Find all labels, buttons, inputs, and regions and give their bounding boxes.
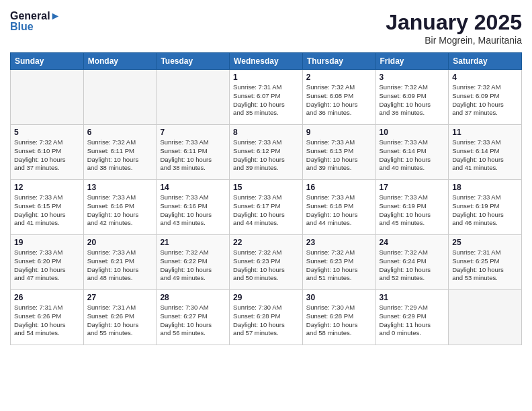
page-header: General► Blue January 2025 Bir Mogrein, … [10,10,522,46]
day-number: 10 [380,128,445,137]
day-info: Sunrise: 7:32 AM Sunset: 6:22 PM Dayligh… [160,248,226,283]
calendar-day-cell: 25Sunrise: 7:31 AM Sunset: 6:25 PM Dayli… [449,235,522,290]
day-number: 21 [160,238,226,247]
calendar-day-cell: 26Sunrise: 7:31 AM Sunset: 6:26 PM Dayli… [11,290,84,345]
day-info: Sunrise: 7:30 AM Sunset: 6:28 PM Dayligh… [306,304,372,338]
day-info: Sunrise: 7:32 AM Sunset: 6:24 PM Dayligh… [380,248,445,283]
day-info: Sunrise: 7:33 AM Sunset: 6:19 PM Dayligh… [380,193,445,228]
day-info: Sunrise: 7:32 AM Sunset: 6:23 PM Dayligh… [233,248,299,283]
day-info: Sunrise: 7:32 AM Sunset: 6:08 PM Dayligh… [306,83,372,118]
weekday-header-cell: Monday [83,53,157,70]
calendar-day-cell: 30Sunrise: 7:30 AM Sunset: 6:28 PM Dayli… [302,290,375,345]
day-number: 27 [87,293,153,302]
calendar-day-cell: 16Sunrise: 7:33 AM Sunset: 6:18 PM Dayli… [302,180,375,235]
calendar-day-cell: 20Sunrise: 7:33 AM Sunset: 6:21 PM Dayli… [83,235,157,290]
day-info: Sunrise: 7:33 AM Sunset: 6:19 PM Dayligh… [452,193,518,228]
calendar-day-cell: 13Sunrise: 7:33 AM Sunset: 6:16 PM Dayli… [83,180,157,235]
weekday-header-cell: Sunday [11,53,84,70]
calendar-day-cell: 15Sunrise: 7:33 AM Sunset: 6:17 PM Dayli… [230,180,303,235]
calendar-day-cell [83,70,157,125]
calendar-table: SundayMondayTuesdayWednesdayThursdayFrid… [10,52,522,345]
calendar-day-cell: 18Sunrise: 7:33 AM Sunset: 6:19 PM Dayli… [449,180,522,235]
calendar-day-cell: 21Sunrise: 7:32 AM Sunset: 6:22 PM Dayli… [157,235,230,290]
calendar-week-row: 26Sunrise: 7:31 AM Sunset: 6:26 PM Dayli… [11,290,522,345]
day-number: 8 [233,128,299,137]
calendar-week-row: 19Sunrise: 7:33 AM Sunset: 6:20 PM Dayli… [11,235,522,290]
day-info: Sunrise: 7:31 AM Sunset: 6:26 PM Dayligh… [87,304,153,338]
day-info: Sunrise: 7:33 AM Sunset: 6:21 PM Dayligh… [87,248,153,283]
day-number: 13 [87,183,153,192]
day-number: 25 [452,238,518,247]
day-info: Sunrise: 7:33 AM Sunset: 6:13 PM Dayligh… [306,138,372,173]
day-number: 12 [14,183,80,192]
location: Bir Mogrein, Mauritania [386,35,522,46]
day-number: 23 [306,238,372,247]
day-info: Sunrise: 7:30 AM Sunset: 6:28 PM Dayligh… [233,304,299,338]
day-number: 6 [87,128,153,137]
calendar-day-cell: 19Sunrise: 7:33 AM Sunset: 6:20 PM Dayli… [11,235,84,290]
day-info: Sunrise: 7:29 AM Sunset: 6:29 PM Dayligh… [380,304,445,338]
day-number: 28 [160,293,226,302]
calendar-week-row: 1Sunrise: 7:31 AM Sunset: 6:07 PM Daylig… [11,70,522,125]
calendar-day-cell: 6Sunrise: 7:32 AM Sunset: 6:11 PM Daylig… [83,125,157,180]
day-info: Sunrise: 7:33 AM Sunset: 6:20 PM Dayligh… [14,248,80,283]
day-number: 31 [380,293,445,302]
calendar-day-cell: 9Sunrise: 7:33 AM Sunset: 6:13 PM Daylig… [302,125,375,180]
day-number: 2 [306,73,372,82]
day-number: 7 [160,128,226,137]
day-number: 20 [87,238,153,247]
weekday-header-cell: Wednesday [230,53,303,70]
day-number: 5 [14,128,80,137]
weekday-header-cell: Tuesday [157,53,230,70]
calendar-day-cell: 8Sunrise: 7:33 AM Sunset: 6:12 PM Daylig… [230,125,303,180]
calendar-day-cell: 31Sunrise: 7:29 AM Sunset: 6:29 PM Dayli… [375,290,449,345]
day-number: 1 [233,73,299,82]
calendar-day-cell: 12Sunrise: 7:33 AM Sunset: 6:15 PM Dayli… [11,180,84,235]
day-info: Sunrise: 7:33 AM Sunset: 6:14 PM Dayligh… [380,138,445,173]
day-number: 15 [233,183,299,192]
calendar-day-cell: 4Sunrise: 7:32 AM Sunset: 6:09 PM Daylig… [449,70,522,125]
calendar-day-cell: 2Sunrise: 7:32 AM Sunset: 6:08 PM Daylig… [302,70,375,125]
calendar-day-cell [11,70,84,125]
title-block: January 2025 Bir Mogrein, Mauritania [386,10,522,46]
day-number: 19 [14,238,80,247]
day-number: 30 [306,293,372,302]
day-info: Sunrise: 7:33 AM Sunset: 6:14 PM Dayligh… [452,138,518,173]
day-number: 3 [380,73,445,82]
logo: General► Blue [10,10,60,32]
calendar-day-cell: 29Sunrise: 7:30 AM Sunset: 6:28 PM Dayli… [230,290,303,345]
day-info: Sunrise: 7:32 AM Sunset: 6:09 PM Dayligh… [452,83,518,118]
weekday-header-cell: Saturday [449,53,522,70]
calendar-day-cell [157,70,230,125]
day-info: Sunrise: 7:33 AM Sunset: 6:16 PM Dayligh… [87,193,153,228]
day-info: Sunrise: 7:33 AM Sunset: 6:17 PM Dayligh… [233,193,299,228]
day-info: Sunrise: 7:32 AM Sunset: 6:09 PM Dayligh… [380,83,445,118]
day-info: Sunrise: 7:31 AM Sunset: 6:26 PM Dayligh… [14,304,80,338]
calendar-day-cell: 28Sunrise: 7:30 AM Sunset: 6:27 PM Dayli… [157,290,230,345]
weekday-header-cell: Thursday [302,53,375,70]
day-number: 16 [306,183,372,192]
day-info: Sunrise: 7:33 AM Sunset: 6:15 PM Dayligh… [14,193,80,228]
calendar-week-row: 5Sunrise: 7:32 AM Sunset: 6:10 PM Daylig… [11,125,522,180]
calendar-day-cell: 14Sunrise: 7:33 AM Sunset: 6:16 PM Dayli… [157,180,230,235]
calendar-day-cell: 3Sunrise: 7:32 AM Sunset: 6:09 PM Daylig… [375,70,449,125]
day-number: 11 [452,128,518,137]
day-info: Sunrise: 7:31 AM Sunset: 6:25 PM Dayligh… [452,248,518,283]
day-number: 17 [380,183,445,192]
calendar-body: 1Sunrise: 7:31 AM Sunset: 6:07 PM Daylig… [11,70,522,345]
day-info: Sunrise: 7:33 AM Sunset: 6:16 PM Dayligh… [160,193,226,228]
day-number: 22 [233,238,299,247]
day-info: Sunrise: 7:32 AM Sunset: 6:11 PM Dayligh… [87,138,153,173]
calendar-day-cell: 7Sunrise: 7:33 AM Sunset: 6:11 PM Daylig… [157,125,230,180]
calendar-day-cell: 27Sunrise: 7:31 AM Sunset: 6:26 PM Dayli… [83,290,157,345]
calendar-day-cell: 5Sunrise: 7:32 AM Sunset: 6:10 PM Daylig… [11,125,84,180]
day-info: Sunrise: 7:33 AM Sunset: 6:12 PM Dayligh… [233,138,299,173]
weekday-header-row: SundayMondayTuesdayWednesdayThursdayFrid… [11,53,522,70]
calendar-day-cell: 10Sunrise: 7:33 AM Sunset: 6:14 PM Dayli… [375,125,449,180]
day-number: 18 [452,183,518,192]
day-number: 26 [14,293,80,302]
day-number: 9 [306,128,372,137]
calendar-day-cell: 23Sunrise: 7:32 AM Sunset: 6:23 PM Dayli… [302,235,375,290]
calendar-day-cell: 1Sunrise: 7:31 AM Sunset: 6:07 PM Daylig… [230,70,303,125]
day-number: 14 [160,183,226,192]
